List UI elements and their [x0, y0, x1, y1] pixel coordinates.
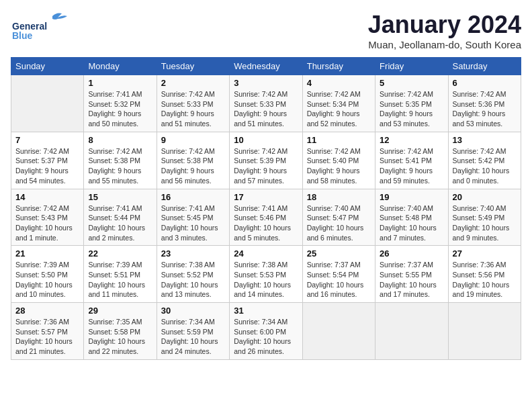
table-row: 2Sunrise: 7:42 AMSunset: 5:33 PMDaylight…: [157, 75, 229, 132]
table-row: 3Sunrise: 7:42 AMSunset: 5:33 PMDaylight…: [230, 75, 302, 132]
col-wednesday: Wednesday: [230, 58, 302, 75]
table-row: 21Sunrise: 7:39 AMSunset: 5:50 PMDayligh…: [11, 246, 84, 303]
day-number: 4: [307, 78, 371, 88]
day-info: Sunrise: 7:42 AMSunset: 5:38 PMDaylight:…: [161, 146, 225, 186]
day-info: Sunrise: 7:42 AMSunset: 5:34 PMDaylight:…: [307, 89, 371, 129]
day-number: 5: [380, 78, 443, 88]
table-row: 5Sunrise: 7:42 AMSunset: 5:35 PMDaylight…: [375, 75, 448, 132]
table-row: 26Sunrise: 7:37 AMSunset: 5:55 PMDayligh…: [375, 246, 448, 303]
table-row: [448, 303, 521, 360]
table-row: 28Sunrise: 7:36 AMSunset: 5:57 PMDayligh…: [11, 303, 84, 360]
day-number: 19: [380, 192, 443, 202]
table-row: 13Sunrise: 7:42 AMSunset: 5:42 PMDayligh…: [448, 132, 521, 189]
day-number: 13: [453, 135, 517, 145]
day-number: 21: [15, 248, 79, 259]
table-row: [302, 303, 375, 360]
day-number: 7: [15, 135, 79, 145]
table-row: 24Sunrise: 7:38 AMSunset: 5:53 PMDayligh…: [230, 246, 302, 303]
day-number: 23: [161, 248, 225, 259]
day-info: Sunrise: 7:40 AMSunset: 5:47 PMDaylight:…: [307, 203, 371, 243]
day-number: 24: [234, 248, 298, 259]
col-monday: Monday: [84, 58, 157, 75]
table-row: 6Sunrise: 7:42 AMSunset: 5:36 PMDaylight…: [448, 75, 521, 132]
col-friday: Friday: [375, 58, 448, 75]
day-info: Sunrise: 7:41 AMSunset: 5:32 PMDaylight:…: [88, 89, 152, 129]
day-number: 10: [234, 135, 298, 145]
table-row: 4Sunrise: 7:42 AMSunset: 5:34 PMDaylight…: [302, 75, 375, 132]
logo-svg: General Blue: [11, 11, 71, 41]
table-row: 17Sunrise: 7:41 AMSunset: 5:46 PMDayligh…: [230, 189, 302, 246]
col-thursday: Thursday: [302, 58, 375, 75]
day-info: Sunrise: 7:39 AMSunset: 5:50 PMDaylight:…: [15, 260, 79, 300]
day-info: Sunrise: 7:42 AMSunset: 5:39 PMDaylight:…: [234, 146, 298, 186]
day-info: Sunrise: 7:42 AMSunset: 5:40 PMDaylight:…: [307, 146, 371, 186]
day-info: Sunrise: 7:39 AMSunset: 5:51 PMDaylight:…: [88, 260, 152, 300]
day-info: Sunrise: 7:36 AMSunset: 5:57 PMDaylight:…: [15, 317, 79, 357]
col-saturday: Saturday: [448, 58, 521, 75]
day-number: 12: [380, 135, 443, 145]
day-info: Sunrise: 7:42 AMSunset: 5:38 PMDaylight:…: [88, 146, 152, 186]
title-block: January 2024 Muan, Jeollanam-do, South K…: [368, 11, 521, 50]
day-number: 20: [453, 192, 517, 202]
day-number: 22: [88, 248, 152, 259]
day-info: Sunrise: 7:37 AMSunset: 5:54 PMDaylight:…: [307, 260, 371, 300]
day-info: Sunrise: 7:42 AMSunset: 5:36 PMDaylight:…: [453, 89, 517, 129]
day-number: 14: [15, 192, 79, 202]
table-row: [375, 303, 448, 360]
page-header: General Blue January 2024 Muan, Jeollana…: [11, 11, 521, 50]
day-number: 18: [307, 192, 371, 202]
table-row: 10Sunrise: 7:42 AMSunset: 5:39 PMDayligh…: [230, 132, 302, 189]
logo: General Blue: [11, 11, 71, 41]
calendar-week-4: 21Sunrise: 7:39 AMSunset: 5:50 PMDayligh…: [11, 246, 521, 303]
day-info: Sunrise: 7:42 AMSunset: 5:41 PMDaylight:…: [380, 146, 443, 186]
day-info: Sunrise: 7:40 AMSunset: 5:49 PMDaylight:…: [453, 203, 517, 243]
day-info: Sunrise: 7:42 AMSunset: 5:37 PMDaylight:…: [15, 146, 79, 186]
day-info: Sunrise: 7:42 AMSunset: 5:33 PMDaylight:…: [234, 89, 298, 129]
table-row: 27Sunrise: 7:36 AMSunset: 5:56 PMDayligh…: [448, 246, 521, 303]
col-tuesday: Tuesday: [157, 58, 229, 75]
table-row: 14Sunrise: 7:42 AMSunset: 5:43 PMDayligh…: [11, 189, 84, 246]
day-info: Sunrise: 7:41 AMSunset: 5:44 PMDaylight:…: [88, 203, 152, 243]
table-row: 31Sunrise: 7:34 AMSunset: 6:00 PMDayligh…: [230, 303, 302, 360]
table-row: 22Sunrise: 7:39 AMSunset: 5:51 PMDayligh…: [84, 246, 157, 303]
table-row: 11Sunrise: 7:42 AMSunset: 5:40 PMDayligh…: [302, 132, 375, 189]
calendar-week-3: 14Sunrise: 7:42 AMSunset: 5:43 PMDayligh…: [11, 189, 521, 246]
table-row: 20Sunrise: 7:40 AMSunset: 5:49 PMDayligh…: [448, 189, 521, 246]
table-row: 29Sunrise: 7:35 AMSunset: 5:58 PMDayligh…: [84, 303, 157, 360]
calendar-header-row: Sunday Monday Tuesday Wednesday Thursday…: [11, 58, 521, 75]
day-number: 29: [88, 306, 152, 316]
day-number: 15: [88, 192, 152, 202]
day-info: Sunrise: 7:38 AMSunset: 5:52 PMDaylight:…: [161, 260, 225, 300]
day-number: 6: [453, 78, 517, 88]
day-info: Sunrise: 7:42 AMSunset: 5:43 PMDaylight:…: [15, 203, 79, 243]
table-row: 25Sunrise: 7:37 AMSunset: 5:54 PMDayligh…: [302, 246, 375, 303]
day-info: Sunrise: 7:42 AMSunset: 5:42 PMDaylight:…: [453, 146, 517, 186]
location: Muan, Jeollanam-do, South Korea: [368, 39, 521, 50]
day-info: Sunrise: 7:35 AMSunset: 5:58 PMDaylight:…: [88, 317, 152, 357]
day-info: Sunrise: 7:36 AMSunset: 5:56 PMDaylight:…: [453, 260, 517, 300]
day-info: Sunrise: 7:41 AMSunset: 5:46 PMDaylight:…: [234, 203, 298, 243]
table-row: 15Sunrise: 7:41 AMSunset: 5:44 PMDayligh…: [84, 189, 157, 246]
day-info: Sunrise: 7:34 AMSunset: 5:59 PMDaylight:…: [161, 317, 225, 357]
day-number: 3: [234, 78, 298, 88]
day-info: Sunrise: 7:40 AMSunset: 5:48 PMDaylight:…: [380, 203, 443, 243]
day-number: 30: [161, 306, 225, 316]
day-number: 26: [380, 248, 443, 259]
day-number: 9: [161, 135, 225, 145]
day-info: Sunrise: 7:38 AMSunset: 5:53 PMDaylight:…: [234, 260, 298, 300]
day-number: 2: [161, 78, 225, 88]
col-sunday: Sunday: [11, 58, 84, 75]
day-number: 16: [161, 192, 225, 202]
day-info: Sunrise: 7:42 AMSunset: 5:33 PMDaylight:…: [161, 89, 225, 129]
day-number: 31: [234, 306, 298, 316]
table-row: 30Sunrise: 7:34 AMSunset: 5:59 PMDayligh…: [157, 303, 229, 360]
table-row: 12Sunrise: 7:42 AMSunset: 5:41 PMDayligh…: [375, 132, 448, 189]
table-row: 19Sunrise: 7:40 AMSunset: 5:48 PMDayligh…: [375, 189, 448, 246]
day-number: 1: [88, 78, 152, 88]
day-number: 8: [88, 135, 152, 145]
svg-text:Blue: Blue: [12, 30, 33, 41]
calendar-week-1: 1Sunrise: 7:41 AMSunset: 5:32 PMDaylight…: [11, 75, 521, 132]
day-number: 17: [234, 192, 298, 202]
table-row: 7Sunrise: 7:42 AMSunset: 5:37 PMDaylight…: [11, 132, 84, 189]
day-info: Sunrise: 7:34 AMSunset: 6:00 PMDaylight:…: [234, 317, 298, 357]
